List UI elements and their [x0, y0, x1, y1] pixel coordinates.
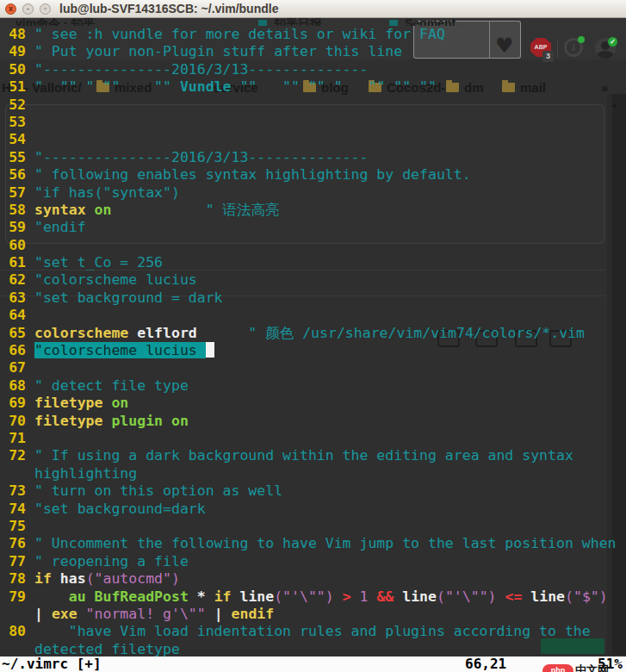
code-line-67[interactable]: 67	[0, 359, 626, 376]
vim-cursor	[206, 342, 214, 358]
code-line-72[interactable]: 72" If using a dark background within th…	[0, 447, 626, 464]
code-line-75[interactable]: 75	[0, 518, 626, 535]
code-line-64[interactable]: 64	[0, 307, 626, 324]
site-name-text: 中文网	[575, 664, 609, 672]
line-number: 56	[0, 166, 26, 184]
code-text: au BufReadPost * if line("'\"") > 1 && l…	[34, 588, 608, 605]
code-line-80[interactable]: 80 "have Vim load indentation rules and …	[0, 623, 626, 640]
code-line-70[interactable]: 70filetype plugin on	[0, 413, 626, 430]
line-number: 69	[0, 395, 26, 412]
code-text: highlighting	[34, 465, 137, 482]
line-number: 74	[0, 501, 26, 518]
line-number: 71	[0, 430, 26, 447]
line-number: 57	[0, 184, 26, 202]
line-number: 67	[0, 359, 26, 376]
bookmark-item: 知乎日报	[274, 18, 322, 26]
code-line-49[interactable]: 49" Put your non-Plugin stuff after this…	[0, 43, 626, 60]
code-line-60[interactable]: 60	[0, 237, 626, 254]
code-text: "---------------2016/3/13--------------	[34, 149, 368, 165]
line-number: 63	[0, 289, 26, 307]
line-number: 65	[0, 325, 26, 342]
code-line-63[interactable]: 63"set background = dark	[0, 289, 626, 307]
code-line-66[interactable]: 66"colorscheme lucius	[0, 342, 626, 359]
code-text: " following enables syntax highlighting …	[34, 166, 471, 183]
line-number: 50	[0, 61, 26, 78]
code-line-wrap[interactable]: detected filetype	[0, 641, 626, 656]
code-line-53[interactable]: 53	[0, 114, 626, 131]
code-line-65[interactable]: 65colorscheme elflord " 颜色 /usr/share/vi…	[0, 325, 626, 342]
code-text: if has("autocmd")	[34, 570, 180, 587]
line-number: 80	[0, 623, 26, 640]
code-line-wrap[interactable]: | exe "normal! g'\"" | endif	[0, 606, 626, 623]
bookmark-favicon	[389, 20, 398, 26]
line-number: 73	[0, 482, 26, 500]
line-number: 55	[0, 149, 26, 166]
code-line-78[interactable]: 78if has("autocmd")	[0, 570, 626, 588]
code-line-69[interactable]: 69filetype on	[0, 395, 626, 412]
code-line-73[interactable]: 73" turn on this option as well	[0, 482, 626, 500]
code-line-51[interactable]: 51H- Valloric/mixedserviceblogCocos2d-xd…	[0, 78, 626, 96]
line-number: 58	[0, 202, 26, 219]
bookmark-item: Segment…	[405, 18, 468, 26]
line-number: 61	[0, 254, 26, 271]
folder-icon	[446, 83, 459, 92]
code-line-58[interactable]: 58syntax on " 语法高亮	[0, 202, 626, 219]
code-line-57[interactable]: 57"if has("syntax")	[0, 184, 626, 202]
line-number: 79	[0, 588, 26, 606]
line-number: 48	[0, 26, 26, 43]
line-number: 53	[0, 114, 26, 131]
code-line-79[interactable]: 79 au BufReadPost * if line("'\"") > 1 &…	[0, 588, 626, 606]
maximize-button[interactable]: ▫	[40, 3, 51, 15]
code-text: "set background = dark	[34, 289, 223, 306]
folder-icon	[502, 83, 515, 92]
window-titlebar: x - ▫ lub@lub-SVF14316SCB: ~/.vim/bundle	[0, 0, 626, 18]
line-number: 72	[0, 447, 26, 464]
code-text: "colorscheme lucius	[34, 271, 197, 288]
line-number: 76	[0, 535, 26, 552]
code-line-76[interactable]: 76" Uncomment the following to have Vim …	[0, 535, 626, 552]
code-text: " see :h vundle for more details or wiki…	[34, 26, 445, 42]
code-line-71[interactable]: 71	[0, 430, 626, 447]
bookmark-item: vim命令 · 知乎	[15, 18, 96, 26]
code-line-59[interactable]: 59"endif	[0, 219, 626, 236]
bookmark-label: mail	[520, 80, 546, 95]
vim-buffer[interactable]: 48" see :h vundle for more details or wi…	[0, 26, 626, 656]
code-line-56[interactable]: 56" following enables syntax highlightin…	[0, 166, 626, 184]
line-number: 66	[0, 342, 26, 359]
minimize-button[interactable]: -	[22, 3, 34, 15]
code-line-52[interactable]: 52	[0, 96, 626, 114]
code-line-61[interactable]: 61"set t_Co = 256	[0, 254, 626, 271]
php-badge: php	[542, 664, 573, 672]
code-text: " reopening a file	[34, 553, 189, 569]
code-text: "set background=dark	[34, 501, 206, 517]
bookmark-item: »	[601, 79, 608, 96]
code-line-74[interactable]: 74"set background=dark	[0, 501, 626, 518]
code-line-62[interactable]: 62"colorscheme lucius	[0, 271, 626, 289]
code-line-77[interactable]: 77" reopening a file	[0, 553, 626, 570]
code-line-wrap[interactable]: highlighting	[0, 465, 626, 482]
line-number: 62	[0, 271, 26, 289]
code-line-48[interactable]: 48" see :h vundle for more details or wi…	[0, 26, 626, 43]
window-title: lub@lub-SVF14316SCB: ~/.vim/bundle	[59, 0, 278, 18]
code-line-50[interactable]: 50"---------------2016/3/13-------------…	[0, 61, 626, 78]
line-number: 52	[0, 96, 26, 114]
close-button[interactable]: x	[5, 3, 16, 15]
line-number: 77	[0, 553, 26, 570]
background-top-strip: vim命令 · 知乎知乎日报Segment…	[0, 18, 607, 26]
code-line-68[interactable]: 68" detect file type	[0, 377, 626, 395]
code-text: "set t_Co = 256	[34, 254, 163, 271]
code-text: colorscheme elflord " 颜色 /usr/share/vim/…	[34, 325, 585, 341]
code-text: " If using a dark background within the …	[34, 447, 573, 464]
line-number: 60	[0, 237, 26, 254]
code-text: " Uncomment the following to have Vim ju…	[34, 535, 617, 551]
statusline-cursor-position: 66,21	[465, 656, 506, 672]
terminal-window[interactable]: ▲ ♥ ABP 3 ↓ ✓ vim命令 · 知乎知乎日报Segment… 48"…	[0, 18, 626, 656]
code-text: filetype on	[34, 395, 128, 411]
line-number: 64	[0, 307, 26, 324]
code-text: "have Vim load indentation rules and plu…	[34, 623, 591, 639]
line-number: 68	[0, 377, 26, 395]
code-line-55[interactable]: 55"---------------2016/3/13-------------…	[0, 149, 626, 166]
code-text: " detect file type	[34, 377, 189, 394]
bookmark-item: dm	[446, 79, 484, 96]
code-line-54[interactable]: 54	[0, 131, 626, 148]
